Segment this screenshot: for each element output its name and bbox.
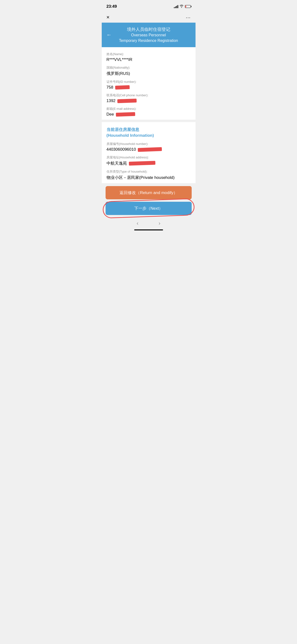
household-number-redacted	[138, 147, 162, 152]
header-title-en2: Temporary Residence Registration	[114, 38, 183, 43]
wifi-icon	[180, 4, 184, 8]
page-header: ← 境外人员临时住宿登记 Overseas Personnel Temporar…	[102, 23, 196, 47]
household-number-label: 房屋编号(Household number):	[106, 142, 191, 146]
phone-redacted	[117, 99, 137, 103]
header-title: 境外人员临时住宿登记 Overseas Personnel Temporary …	[114, 26, 183, 43]
name-value: R***VVL****IR	[106, 57, 191, 62]
button-area: 返回修改（Return and modify） 下一步（Next）	[102, 183, 196, 217]
close-button[interactable]: ×	[106, 15, 110, 20]
personal-info-fields: 姓名(Name): R***VVL****IR 国籍(Nationality):…	[102, 47, 196, 120]
name-label: 姓名(Name):	[106, 52, 191, 56]
email-value: Dee	[106, 112, 191, 117]
household-address-redacted	[129, 161, 155, 166]
back-button[interactable]: ←	[106, 32, 112, 38]
battery-icon	[185, 5, 191, 8]
home-indicator-bar	[134, 230, 163, 230]
nationality-label: 国籍(Nationality):	[106, 66, 191, 70]
phone-value: 1392	[106, 98, 191, 103]
personal-info-section: 姓名(Name): R***VVL****IR 国籍(Nationality):…	[102, 47, 196, 183]
next-button[interactable]: 下一步（Next）	[106, 202, 192, 215]
bottom-nav: ‹ ›	[102, 217, 196, 230]
household-type-value: 物业小区－居民家(Private household)	[106, 175, 191, 180]
household-type-label: 住所类型(Type of household):	[106, 170, 191, 174]
nationality-value: 俄罗斯(RUS)	[106, 71, 191, 76]
email-redacted	[116, 112, 135, 117]
id-redacted	[115, 85, 130, 90]
id-label: 证件号码(ID number):	[106, 80, 191, 84]
return-modify-button[interactable]: 返回修改（Return and modify）	[106, 186, 192, 199]
household-heading-cn: 当前居住房屋信息 (Household Information)	[106, 127, 191, 138]
section-divider	[102, 120, 196, 122]
household-section: 当前居住房屋信息 (Household Information) 房屋编号(Ho…	[102, 122, 196, 183]
household-address-label: 房屋地址(Household address):	[106, 155, 191, 160]
browser-back-button[interactable]: ‹	[134, 219, 141, 228]
id-value: 758	[106, 85, 191, 90]
email-label: 邮箱(E-mail address):	[106, 107, 191, 111]
status-icons	[174, 4, 191, 8]
household-number-value: 4403060096010	[106, 147, 191, 152]
status-bar: 23:49	[102, 0, 196, 12]
household-address-value: 中航天逸苑	[106, 160, 191, 166]
signal-icon	[174, 5, 178, 8]
more-button[interactable]: ···	[186, 15, 191, 20]
next-button-wrapper: 下一步（Next）	[106, 202, 192, 215]
phone-label: 联系电话(Cell phone number):	[106, 93, 191, 98]
header-title-en1: Overseas Personnel	[114, 32, 183, 38]
browser-forward-button[interactable]: ›	[156, 219, 163, 228]
status-time: 23:49	[106, 4, 117, 9]
home-indicator	[102, 230, 196, 232]
nav-bar: × ···	[102, 12, 196, 23]
header-title-cn: 境外人员临时住宿登记	[114, 26, 183, 32]
